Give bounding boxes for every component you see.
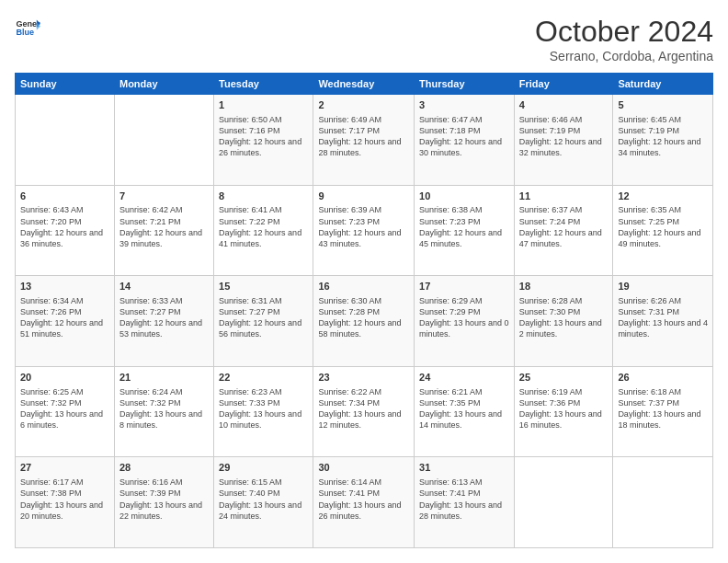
calendar-cell: 22Sunrise: 6:23 AM Sunset: 7:33 PM Dayli…	[214, 366, 313, 457]
month-title: October 2024	[535, 15, 713, 49]
calendar-cell: 6Sunrise: 6:43 AM Sunset: 7:20 PM Daylig…	[16, 185, 115, 276]
calendar-cell: 14Sunrise: 6:33 AM Sunset: 7:27 PM Dayli…	[114, 276, 213, 367]
calendar-cell: 24Sunrise: 6:21 AM Sunset: 7:35 PM Dayli…	[415, 366, 515, 457]
day-number: 8	[219, 190, 308, 203]
calendar-cell: 12Sunrise: 6:35 AM Sunset: 7:25 PM Dayli…	[613, 185, 713, 276]
day-info: Sunrise: 6:22 AM Sunset: 7:34 PM Dayligh…	[318, 386, 409, 431]
day-info: Sunrise: 6:46 AM Sunset: 7:19 PM Dayligh…	[519, 114, 609, 159]
col-sunday: Sunday	[16, 74, 115, 95]
day-number: 6	[20, 190, 109, 203]
calendar-cell	[514, 457, 613, 548]
day-number: 21	[119, 371, 209, 385]
day-info: Sunrise: 6:18 AM Sunset: 7:37 PM Dayligh…	[618, 386, 708, 431]
day-number: 3	[419, 98, 509, 112]
day-info: Sunrise: 6:26 AM Sunset: 7:31 PM Dayligh…	[618, 295, 708, 340]
calendar-cell: 3Sunrise: 6:47 AM Sunset: 7:18 PM Daylig…	[415, 95, 515, 186]
day-info: Sunrise: 6:24 AM Sunset: 7:32 PM Dayligh…	[119, 386, 209, 431]
calendar-cell: 18Sunrise: 6:28 AM Sunset: 7:30 PM Dayli…	[514, 276, 613, 367]
day-number: 26	[618, 371, 708, 385]
day-info: Sunrise: 6:42 AM Sunset: 7:21 PM Dayligh…	[119, 204, 209, 249]
day-info: Sunrise: 6:33 AM Sunset: 7:27 PM Dayligh…	[119, 295, 209, 340]
day-number: 17	[419, 280, 509, 293]
calendar-cell: 8Sunrise: 6:41 AM Sunset: 7:22 PM Daylig…	[214, 185, 313, 276]
calendar-cell	[114, 95, 213, 186]
col-friday: Friday	[514, 74, 613, 95]
calendar-cell: 16Sunrise: 6:30 AM Sunset: 7:28 PM Dayli…	[313, 276, 415, 367]
subtitle: Serrano, Cordoba, Argentina	[535, 49, 713, 63]
calendar-week-1: 1Sunrise: 6:50 AM Sunset: 7:16 PM Daylig…	[16, 95, 713, 186]
col-monday: Monday	[114, 74, 213, 95]
col-wednesday: Wednesday	[313, 74, 415, 95]
col-saturday: Saturday	[613, 74, 713, 95]
day-number: 24	[419, 371, 509, 385]
calendar-cell: 25Sunrise: 6:19 AM Sunset: 7:36 PM Dayli…	[514, 366, 613, 457]
day-number: 20	[20, 371, 109, 385]
calendar-header-row: Sunday Monday Tuesday Wednesday Thursday…	[16, 74, 713, 95]
day-info: Sunrise: 6:37 AM Sunset: 7:24 PM Dayligh…	[519, 204, 609, 249]
day-info: Sunrise: 6:49 AM Sunset: 7:17 PM Dayligh…	[318, 114, 409, 159]
day-info: Sunrise: 6:50 AM Sunset: 7:16 PM Dayligh…	[219, 114, 308, 159]
day-info: Sunrise: 6:23 AM Sunset: 7:33 PM Dayligh…	[219, 386, 308, 431]
day-info: Sunrise: 6:15 AM Sunset: 7:40 PM Dayligh…	[219, 477, 308, 522]
day-info: Sunrise: 6:41 AM Sunset: 7:22 PM Dayligh…	[219, 204, 308, 249]
calendar-cell: 23Sunrise: 6:22 AM Sunset: 7:34 PM Dayli…	[313, 366, 415, 457]
calendar-cell: 28Sunrise: 6:16 AM Sunset: 7:39 PM Dayli…	[114, 457, 213, 548]
calendar-cell	[613, 457, 713, 548]
title-block: October 2024 Serrano, Cordoba, Argentina	[535, 15, 713, 63]
day-info: Sunrise: 6:47 AM Sunset: 7:18 PM Dayligh…	[419, 114, 509, 159]
day-number: 14	[119, 280, 209, 293]
day-info: Sunrise: 6:35 AM Sunset: 7:25 PM Dayligh…	[618, 204, 708, 249]
day-number: 28	[119, 461, 209, 475]
day-number: 4	[519, 98, 609, 112]
day-number: 7	[119, 190, 209, 203]
day-info: Sunrise: 6:29 AM Sunset: 7:29 PM Dayligh…	[419, 295, 509, 340]
calendar-cell: 26Sunrise: 6:18 AM Sunset: 7:37 PM Dayli…	[613, 366, 713, 457]
day-number: 5	[618, 98, 708, 112]
day-number: 19	[618, 280, 708, 293]
calendar-cell: 20Sunrise: 6:25 AM Sunset: 7:32 PM Dayli…	[16, 366, 115, 457]
calendar-cell: 11Sunrise: 6:37 AM Sunset: 7:24 PM Dayli…	[514, 185, 613, 276]
day-number: 29	[219, 461, 308, 475]
col-thursday: Thursday	[415, 74, 515, 95]
col-tuesday: Tuesday	[214, 74, 313, 95]
day-info: Sunrise: 6:19 AM Sunset: 7:36 PM Dayligh…	[519, 386, 609, 431]
calendar-cell: 5Sunrise: 6:45 AM Sunset: 7:19 PM Daylig…	[613, 95, 713, 186]
calendar-cell: 4Sunrise: 6:46 AM Sunset: 7:19 PM Daylig…	[514, 95, 613, 186]
day-number: 12	[618, 190, 708, 203]
day-number: 25	[519, 371, 609, 385]
calendar-week-2: 6Sunrise: 6:43 AM Sunset: 7:20 PM Daylig…	[16, 185, 713, 276]
day-number: 31	[419, 461, 509, 475]
day-info: Sunrise: 6:31 AM Sunset: 7:27 PM Dayligh…	[219, 295, 308, 340]
day-info: Sunrise: 6:43 AM Sunset: 7:20 PM Dayligh…	[20, 204, 109, 249]
calendar-cell: 27Sunrise: 6:17 AM Sunset: 7:38 PM Dayli…	[16, 457, 115, 548]
calendar-cell: 21Sunrise: 6:24 AM Sunset: 7:32 PM Dayli…	[114, 366, 213, 457]
day-number: 22	[219, 371, 308, 385]
header: General Blue October 2024 Serrano, Cordo…	[15, 15, 713, 63]
calendar-cell: 29Sunrise: 6:15 AM Sunset: 7:40 PM Dayli…	[214, 457, 313, 548]
day-info: Sunrise: 6:38 AM Sunset: 7:23 PM Dayligh…	[419, 204, 509, 249]
day-info: Sunrise: 6:21 AM Sunset: 7:35 PM Dayligh…	[419, 386, 509, 431]
calendar-cell: 30Sunrise: 6:14 AM Sunset: 7:41 PM Dayli…	[313, 457, 415, 548]
day-info: Sunrise: 6:30 AM Sunset: 7:28 PM Dayligh…	[318, 295, 409, 340]
logo-icon: General Blue	[15, 15, 40, 40]
day-info: Sunrise: 6:34 AM Sunset: 7:26 PM Dayligh…	[20, 295, 109, 340]
calendar-cell: 2Sunrise: 6:49 AM Sunset: 7:17 PM Daylig…	[313, 95, 415, 186]
calendar-cell: 13Sunrise: 6:34 AM Sunset: 7:26 PM Dayli…	[16, 276, 115, 367]
calendar-week-3: 13Sunrise: 6:34 AM Sunset: 7:26 PM Dayli…	[16, 276, 713, 367]
day-number: 15	[219, 280, 308, 293]
calendar-cell: 15Sunrise: 6:31 AM Sunset: 7:27 PM Dayli…	[214, 276, 313, 367]
day-number: 18	[519, 280, 609, 293]
day-number: 23	[318, 371, 409, 385]
day-info: Sunrise: 6:14 AM Sunset: 7:41 PM Dayligh…	[318, 477, 409, 522]
day-number: 2	[318, 98, 409, 112]
calendar-cell	[16, 95, 115, 186]
day-info: Sunrise: 6:45 AM Sunset: 7:19 PM Dayligh…	[618, 114, 708, 159]
svg-text:Blue: Blue	[16, 28, 34, 37]
day-number: 10	[419, 190, 509, 203]
page: General Blue October 2024 Serrano, Cordo…	[0, 0, 728, 563]
calendar-cell: 31Sunrise: 6:13 AM Sunset: 7:41 PM Dayli…	[415, 457, 515, 548]
calendar-cell: 1Sunrise: 6:50 AM Sunset: 7:16 PM Daylig…	[214, 95, 313, 186]
calendar-week-5: 27Sunrise: 6:17 AM Sunset: 7:38 PM Dayli…	[16, 457, 713, 548]
day-info: Sunrise: 6:25 AM Sunset: 7:32 PM Dayligh…	[20, 386, 109, 431]
calendar-week-4: 20Sunrise: 6:25 AM Sunset: 7:32 PM Dayli…	[16, 366, 713, 457]
